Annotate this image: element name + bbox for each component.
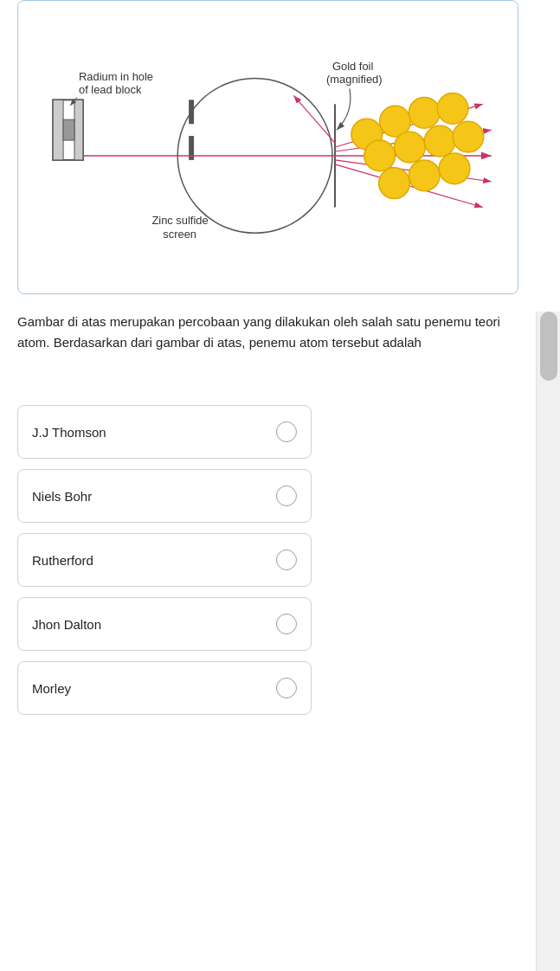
question-text: Gambar di atas merupakan percobaan yang …	[17, 312, 518, 353]
svg-text:screen: screen	[163, 228, 196, 241]
svg-rect-8	[189, 136, 194, 160]
svg-rect-2	[74, 100, 83, 160]
scrollbar-track[interactable]	[536, 312, 560, 971]
radio-niels-bohr[interactable]	[276, 486, 297, 506]
option-label-morley: Morley	[32, 681, 71, 696]
scrollbar-thumb[interactable]	[540, 312, 557, 381]
option-niels-bohr[interactable]: Niels Bohr	[17, 469, 312, 523]
diagram-container: Radium in hole of lead block Gold foil (…	[17, 0, 518, 294]
radio-jj-thomson[interactable]	[276, 421, 297, 442]
option-label-jhon-dalton: Jhon Dalton	[32, 617, 101, 632]
svg-rect-3	[63, 119, 74, 140]
svg-line-19	[293, 95, 335, 143]
svg-point-27	[453, 121, 484, 152]
option-jhon-dalton[interactable]: Jhon Dalton	[17, 597, 312, 651]
svg-point-22	[409, 97, 440, 128]
option-label-jj-thomson: J.J Thomson	[32, 425, 106, 440]
svg-point-30	[439, 153, 470, 184]
svg-point-23	[437, 93, 468, 124]
content-area: Radium in hole of lead block Gold foil (…	[0, 0, 536, 749]
radio-jhon-dalton[interactable]	[276, 614, 297, 634]
option-morley[interactable]: Morley	[17, 661, 312, 715]
svg-point-25	[395, 132, 426, 163]
option-rutherford[interactable]: Rutherford	[17, 533, 312, 587]
svg-point-28	[379, 168, 410, 199]
radio-rutherford[interactable]	[276, 550, 297, 570]
options-list: J.J Thomson Niels Bohr Rutherford Jhon D…	[17, 405, 518, 715]
svg-text:Gold foil: Gold foil	[332, 60, 373, 73]
page-container: Radium in hole of lead block Gold foil (…	[0, 0, 560, 749]
svg-point-26	[424, 125, 455, 157]
option-label-rutherford: Rutherford	[32, 553, 93, 568]
svg-point-24	[364, 140, 396, 171]
svg-text:Zinc sulfide: Zinc sulfide	[151, 214, 208, 227]
rutherford-diagram: Radium in hole of lead block Gold foil (…	[27, 18, 509, 276]
svg-text:of lead block: of lead block	[79, 83, 142, 96]
svg-point-29	[409, 160, 440, 191]
radio-morley[interactable]	[276, 678, 297, 698]
svg-rect-1	[53, 100, 63, 160]
option-label-niels-bohr: Niels Bohr	[32, 489, 92, 504]
option-jj-thomson[interactable]: J.J Thomson	[17, 405, 312, 459]
svg-text:(magnified): (magnified)	[326, 73, 383, 86]
svg-text:Radium in hole: Radium in hole	[79, 70, 153, 83]
